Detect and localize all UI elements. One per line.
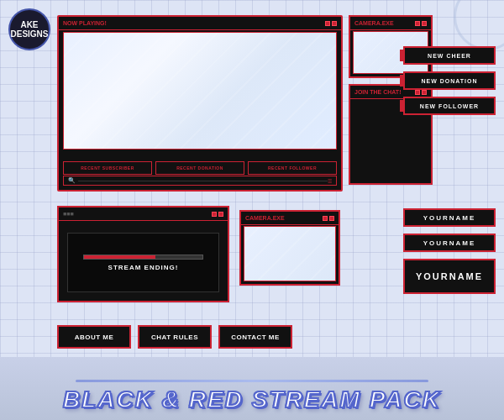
ending-text: STREAM ENDING! <box>108 264 179 271</box>
bar-line <box>78 181 328 181</box>
stream-ending-panel: ■■■ STREAM ENDING! <box>57 206 229 302</box>
camera-panel-header: CAMERA.EXE <box>350 17 431 30</box>
cheer-text: NEW CHEER <box>428 53 471 59</box>
cam2-dot-2 <box>329 216 334 221</box>
name-1-text: YOURNAME <box>423 214 476 222</box>
name-2-text: YOURNAME <box>423 239 476 247</box>
contact-me-label: CONTACT ME <box>231 333 280 341</box>
title-divider <box>76 380 428 382</box>
cam2-dot-1 <box>323 216 328 221</box>
search-icon: 🔍 <box>68 177 76 184</box>
main-panel-title: NOW PLAYING! <box>63 20 322 26</box>
chat-rules-label: CHAT RULES <box>151 333 198 341</box>
progress-fill <box>84 255 155 259</box>
camera-panel-2: CAMERA.EXE <box>239 210 340 286</box>
chat-panel-title: JOIN THE CHAT! <box>354 89 412 95</box>
cam-dot-2 <box>422 21 427 26</box>
ending-dot-2 <box>218 212 223 217</box>
about-me-button[interactable]: ABOUT ME <box>57 325 131 349</box>
main-panel-header: NOW PLAYING! <box>59 17 341 30</box>
search-bar: 🔍 ☰ <box>63 176 337 186</box>
ending-dot-1 <box>212 212 217 217</box>
follower-stat: RECENT FOLLOWER <box>248 161 337 175</box>
ending-panel-title: ■■■ <box>63 211 208 217</box>
cam2-title: CAMERA.EXE <box>245 215 319 221</box>
cam-dot-1 <box>415 21 420 26</box>
bottom-title-area: BLACK & RED STREAM PACK <box>0 357 504 420</box>
name-panel-1: YOURNAME <box>403 208 496 227</box>
camera-screen-2 <box>244 226 336 281</box>
cam-controls <box>415 21 427 26</box>
logo-text: AKEDESIGNS <box>10 20 48 39</box>
name-3-text: YOURNAME <box>416 271 483 281</box>
screen-shine <box>64 33 336 149</box>
camera-panel-title: CAMERA.EXE <box>354 20 412 26</box>
ending-panel-header: ■■■ <box>59 207 228 221</box>
bar-icons: ☰ <box>328 178 332 184</box>
new-donation-alert: NEW DONATION <box>403 71 496 90</box>
new-follower-alert: NEW FOLLOWER <box>403 97 496 115</box>
follower-text: NEW FOLLOWER <box>420 103 479 109</box>
chat-dot-2 <box>422 90 427 95</box>
loading-bar <box>83 255 203 260</box>
chat-controls <box>415 90 427 95</box>
action-buttons: ABOUT ME CHAT RULES CONTACT ME <box>57 325 292 349</box>
donation-label: RECENT DONATION <box>176 165 223 171</box>
chat-dot-1 <box>415 90 420 95</box>
control-dot-1 <box>325 21 330 26</box>
cam2-controls <box>323 216 334 221</box>
new-cheer-alert: NEW CHEER <box>403 46 496 65</box>
main-stream-panel: NOW PLAYING! RECENT SUBSCRIBER RECENT DO… <box>57 15 343 192</box>
control-dot-2 <box>332 21 337 26</box>
contact-me-button[interactable]: CONTACT ME <box>218 325 292 349</box>
logo: AKEDESIGNS <box>8 8 50 50</box>
about-me-label: ABOUT ME <box>75 333 114 341</box>
chat-rules-button[interactable]: CHAT RULES <box>138 325 212 349</box>
donation-stat: RECENT DONATION <box>155 161 244 175</box>
ending-content: STREAM ENDING! <box>67 233 219 292</box>
main-screen-area <box>63 32 337 150</box>
name-panel-3: YOURNAME <box>403 259 496 294</box>
name-panel-2: YOURNAME <box>403 234 496 252</box>
main-title: BLACK & RED STREAM PACK <box>63 386 441 413</box>
panel-controls <box>325 21 337 26</box>
donation-text: NEW DONATION <box>421 78 477 84</box>
ending-controls <box>212 212 223 217</box>
subscriber-stat: RECENT SUBSCRIBER <box>63 161 152 175</box>
subscriber-label: RECENT SUBSCRIBER <box>81 165 134 171</box>
stats-bar: RECENT SUBSCRIBER RECENT DONATION RECENT… <box>63 161 337 175</box>
cam2-shine <box>244 227 335 281</box>
follower-label: RECENT FOLLOWER <box>268 165 317 171</box>
cam2-header: CAMERA.EXE <box>241 212 339 225</box>
